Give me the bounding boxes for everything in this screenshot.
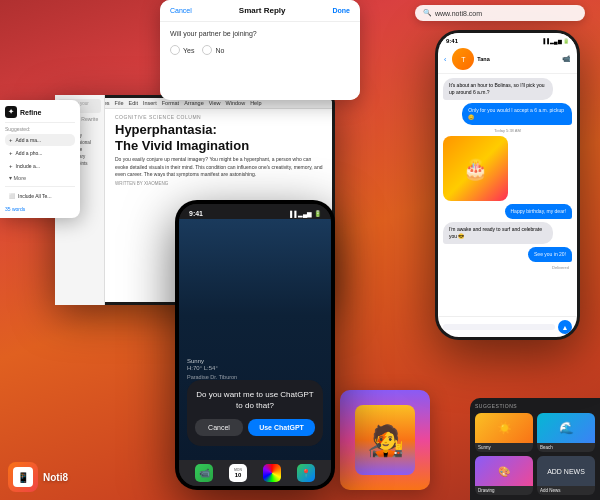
suggestion-drawing[interactable]: 🎨 Drawing [475, 456, 533, 495]
smart-reply-yes-option[interactable]: Yes [170, 45, 194, 55]
scene: 🔍 www.noti8.com Cancel Smart Reply Done … [0, 0, 600, 500]
suggestion-sunny-label: Sunny [475, 443, 533, 452]
refine-title: Refine [20, 109, 41, 116]
messages-back-button[interactable]: ‹ [444, 56, 446, 63]
contact-name: Tana [477, 56, 562, 62]
dock-facetime-icon[interactable]: 📹 [195, 464, 213, 482]
suggestions-title: SUGGESTIONS [475, 403, 595, 409]
iphone-dock: 📹 MON 10 📍 [179, 460, 331, 486]
refine-header: ✦ Refine [5, 106, 75, 118]
suggestion-sunny-img: ☀️ [475, 413, 533, 443]
message-received-2: I'm awake and ready to surf and celebrat… [443, 222, 553, 244]
suggestion-beach-img: 🌊 [537, 413, 595, 443]
mac-menu: Pages File Edit Insert Format Arrange Vi… [94, 100, 261, 106]
message-input-bar: ▲ [438, 316, 577, 337]
refine-btn-include[interactable]: + Include a... [5, 160, 75, 172]
smart-reply-options: Yes No [160, 45, 360, 55]
chatgpt-cancel-button[interactable]: Cancel [195, 419, 243, 436]
suggestion-news-label: Add News [537, 486, 595, 495]
iphone-status-icons: ▐▐ ▂▄▆ 🔋 [288, 210, 321, 217]
smart-reply-question: Will your partner be joining? [160, 22, 360, 45]
iphone-chatgpt-screen: 9:41 ▐▐ ▂▄▆ 🔋 Sunny H:70° L:54° Paradise… [179, 204, 331, 486]
smart-reply-bar: Cancel Smart Reply Done [160, 0, 360, 22]
ai-person-illustration: 🧑‍🎤 [355, 405, 415, 475]
noti8-brand-name: Noti8 [43, 472, 68, 483]
refine-suggested-label: Suggested: [5, 126, 75, 132]
smart-reply-cancel-button[interactable]: Cancel [170, 7, 192, 14]
suggestions-grid: ☀️ Sunny 🌊 Beach 🎨 Drawing ADD NEWS Add … [475, 413, 595, 495]
messages-status-bar: 9:41 ▐▐ ▂▄▆ 🔋 [438, 33, 577, 46]
smart-reply-device: Cancel Smart Reply Done Will your partne… [160, 0, 360, 100]
weather-widget: Sunny H:70° L:54° Paradise Dr. Tiburon [179, 358, 331, 380]
messages-status-icons: ▐▐ ▂▄▆ 🔋 [542, 38, 569, 44]
refine-include-all[interactable]: ⬜ Include All Te... [5, 190, 75, 202]
iphone-messages-screen: 9:41 ▐▐ ▂▄▆ 🔋 ‹ T Tana 📹 It's about an h… [438, 33, 577, 337]
video-call-button[interactable]: 📹 [562, 55, 571, 63]
ai-generated-image: 🧑‍🎤 [340, 390, 430, 490]
smart-reply-no-option[interactable]: No [202, 45, 224, 55]
suggestion-sunny[interactable]: ☀️ Sunny [475, 413, 533, 452]
iphone-chatgpt-device: 9:41 ▐▐ ▂▄▆ 🔋 Sunny H:70° L:54° Paradise… [175, 200, 335, 490]
noti8-logo-inner: 📱 [13, 467, 33, 487]
noti8-logo: 📱 [8, 462, 38, 492]
refine-panel: ✦ Refine Suggested: + Add a ma... + Add … [0, 100, 80, 218]
messages-body: It's about an hour to Bolinas, so I'll p… [438, 74, 577, 316]
message-delivered-status: Delivered [443, 265, 569, 270]
divider [5, 122, 75, 123]
weather-temp: H:70° L:54° [187, 365, 323, 371]
contact-avatar: T [452, 48, 474, 70]
no-radio [202, 45, 212, 55]
refine-word-count: 35 words [5, 206, 75, 212]
weather-location: Paradise Dr. Tiburon [187, 374, 323, 380]
suggestion-news-img: ADD NEWS [537, 456, 595, 486]
messages-header: ‹ T Tana 📹 [438, 46, 577, 74]
chatgpt-dialog: Do you want me to use ChatGPT to do that… [187, 380, 323, 446]
suggestion-drawing-label: Drawing [475, 486, 533, 495]
chatgpt-dialog-buttons: Cancel Use ChatGPT [195, 419, 315, 436]
refine-btn-add-photo[interactable]: + Add a pho... [5, 147, 75, 159]
refine-btn-add-marker[interactable]: + Add a ma... [5, 134, 75, 146]
messages-time: 9:41 [446, 38, 458, 44]
dock-calendar-icon[interactable]: MON 10 [229, 464, 247, 482]
chatgpt-wallpaper: Sunny H:70° L:54° Paradise Dr. Tiburon D… [179, 219, 331, 460]
sidebar-rewrite-tab[interactable]: Rewrite [81, 116, 98, 122]
chatgpt-prompt-text: Do you want me to use ChatGPT to do that… [195, 390, 315, 411]
iphone-time: 9:41 [189, 210, 203, 217]
suggestion-news[interactable]: ADD NEWS Add News [537, 456, 595, 495]
url-text: www.noti8.com [435, 10, 482, 17]
article-byline: WRITTEN BY XIAOMENG [115, 181, 325, 186]
smart-reply-screen: Cancel Smart Reply Done Will your partne… [160, 0, 360, 100]
dock-findmy-icon[interactable]: 📍 [297, 464, 315, 482]
article-body: Do you easily conjure up mental imagery?… [115, 156, 325, 179]
article-title: Hyperphantasia: The Vivid Imagination [115, 122, 325, 153]
refine-more-button[interactable]: ▾ More [5, 173, 75, 183]
birthday-image: 🎂 [443, 136, 508, 201]
message-input[interactable] [443, 324, 555, 330]
iphone-messages-device: 9:41 ▐▐ ▂▄▆ 🔋 ‹ T Tana 📹 It's about an h… [435, 30, 580, 340]
dock-photos-icon[interactable] [263, 464, 281, 482]
message-sent-2: Happy birthday, my dear! [505, 204, 573, 219]
message-received-1: It's about an hour to Bolinas, so I'll p… [443, 78, 553, 100]
message-send-button[interactable]: ▲ [558, 320, 572, 334]
smart-reply-title: Smart Reply [239, 6, 286, 15]
noti8-branding: 📱 Noti8 [8, 462, 68, 492]
suggestions-panel: SUGGESTIONS ☀️ Sunny 🌊 Beach 🎨 Drawing A… [470, 398, 600, 500]
article-column-label: COGNITIVE SCIENCE COLUMN [115, 114, 325, 120]
yes-radio [170, 45, 180, 55]
chatgpt-confirm-button[interactable]: Use ChatGPT [248, 419, 315, 436]
smart-reply-done-button[interactable]: Done [332, 7, 350, 14]
message-sent-1: Only for you would I accept a 6 a.m. pic… [462, 103, 572, 125]
noti8-logo-icon: 📱 [17, 472, 29, 483]
url-bar[interactable]: 🔍 www.noti8.com [415, 5, 585, 21]
weather-condition: Sunny [187, 358, 323, 364]
iphone-status-bar: 9:41 ▐▐ ▂▄▆ 🔋 [179, 204, 331, 219]
message-timestamp-1: Today 5:38 AM [443, 128, 572, 133]
search-icon: 🔍 [423, 9, 432, 17]
refine-logo: ✦ [5, 106, 17, 118]
suggestion-beach-label: Beach [537, 443, 595, 452]
message-sent-3: See you in 20! [528, 247, 572, 262]
divider2 [5, 186, 75, 187]
message-image-1: 🎂 [443, 136, 508, 201]
suggestion-beach[interactable]: 🌊 Beach [537, 413, 595, 452]
suggestion-drawing-img: 🎨 [475, 456, 533, 486]
